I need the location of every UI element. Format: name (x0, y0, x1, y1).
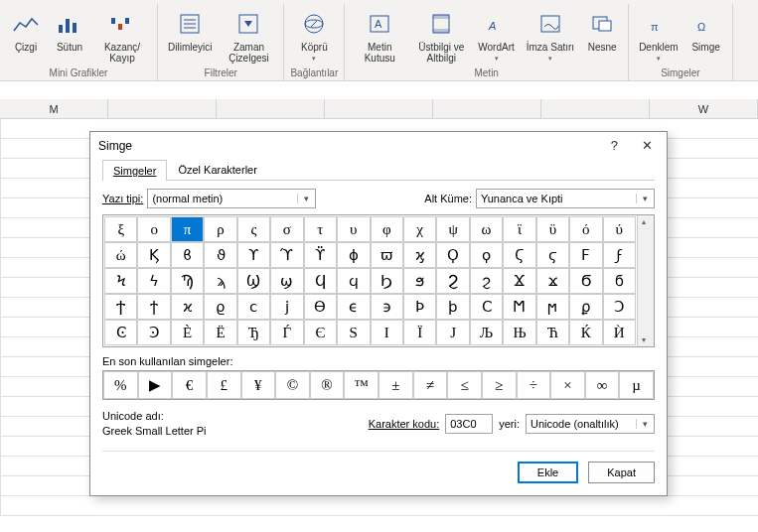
symbol-cell[interactable]: ϗ (403, 242, 436, 268)
symbol-cell[interactable]: Ѝ (603, 320, 636, 345)
ribbon-button[interactable]: Üstbilgi ve Altbilgi (412, 6, 470, 66)
symbol-cell[interactable]: ϩ (470, 268, 503, 294)
symbol-cell[interactable]: ϙ (470, 242, 503, 268)
recent-symbol-cell[interactable]: © (275, 371, 310, 399)
symbol-cell[interactable]: ϥ (337, 268, 370, 294)
symbol-cell[interactable]: ύ (603, 216, 636, 242)
font-combobox[interactable]: (normal metin) ▾ (147, 189, 316, 208)
symbol-cell[interactable]: ό (569, 216, 602, 242)
scrollbar[interactable] (637, 215, 654, 346)
symbol-cell[interactable]: Ѓ (270, 320, 303, 345)
symbol-cell[interactable]: ϫ (536, 268, 569, 294)
symbol-cell[interactable]: ϒ (237, 242, 270, 268)
recent-symbol-cell[interactable]: ≤ (447, 371, 482, 399)
symbol-cell[interactable]: Ѕ (337, 320, 370, 345)
symbol-cell[interactable]: Ϫ (503, 268, 535, 294)
recent-symbol-cell[interactable]: ≥ (482, 371, 517, 399)
ribbon-button[interactable]: AWordArt (474, 6, 519, 66)
ribbon-button[interactable]: Nesne (582, 6, 622, 55)
symbol-cell[interactable]: Ϣ (237, 268, 270, 294)
symbol-cell[interactable]: Ϩ (436, 268, 469, 294)
ribbon-button[interactable]: Dilimleyici (164, 6, 216, 55)
recent-symbol-cell[interactable]: µ (619, 371, 654, 399)
ribbon-button[interactable]: Kazanç/ Kayıp (93, 6, 151, 66)
symbol-cell[interactable]: ϲ (237, 294, 270, 320)
recent-symbol-cell[interactable]: ≠ (413, 371, 448, 399)
column-header[interactable] (433, 99, 541, 119)
symbol-cell[interactable]: Ͼ (104, 320, 137, 345)
symbol-cell[interactable]: Ј (436, 320, 469, 345)
from-combobox[interactable]: Unicode (onaltılık) ▾ (526, 414, 655, 434)
symbol-cell[interactable]: ϸ (436, 294, 469, 320)
ribbon-button[interactable]: Zaman Çizelgesi (220, 6, 277, 66)
symbol-cell[interactable]: Ї (403, 320, 436, 345)
symbol-cell[interactable]: ϻ (536, 294, 569, 320)
symbol-cell[interactable]: ϱ (204, 294, 236, 320)
symbol-cell[interactable]: Ͽ (137, 320, 170, 345)
symbol-cell[interactable]: ϰ (171, 294, 204, 320)
symbol-cell[interactable]: υ (337, 216, 370, 242)
tab-special[interactable]: Özel Karakterler (167, 159, 267, 180)
ribbon-button[interactable]: AMetin Kutusu (351, 6, 408, 66)
symbol-cell[interactable]: Ϯ (104, 294, 137, 320)
symbol-cell[interactable]: ϣ (270, 268, 303, 294)
symbol-cell[interactable]: Ϭ (569, 268, 602, 294)
symbol-cell[interactable]: Ѐ (171, 320, 204, 345)
recent-symbol-cell[interactable]: ¥ (241, 371, 276, 399)
tab-symbols[interactable]: Simgeler (102, 160, 167, 181)
symbol-cell[interactable]: Ϧ (371, 268, 403, 294)
symbol-cell[interactable]: ϵ (337, 294, 370, 320)
symbol-cell[interactable]: ϑ (204, 242, 236, 268)
ribbon-button[interactable]: Çizgi (6, 6, 46, 55)
symbol-cell[interactable]: ϧ (403, 268, 436, 294)
symbol-cell[interactable]: ϯ (137, 294, 170, 320)
symbol-cell[interactable]: Ђ (237, 320, 270, 345)
ribbon-button[interactable]: Sütun (50, 6, 89, 55)
symbol-cell[interactable]: Ϛ (503, 242, 535, 268)
recent-symbol-cell[interactable]: % (103, 371, 138, 399)
recent-symbol-cell[interactable]: £ (207, 371, 241, 399)
ribbon-button[interactable]: Köprü (294, 6, 334, 66)
symbol-cell[interactable]: τ (304, 216, 337, 242)
symbol-cell[interactable]: χ (403, 216, 436, 242)
recent-symbol-cell[interactable]: ÷ (517, 371, 551, 399)
symbol-cell[interactable]: ϋ (536, 216, 569, 242)
symbol-cell[interactable]: Ћ (536, 320, 569, 345)
recent-symbol-cell[interactable]: ± (379, 371, 413, 399)
recent-symbol-cell[interactable]: ∞ (585, 371, 620, 399)
recent-symbol-cell[interactable]: ™ (344, 371, 379, 399)
ribbon-button[interactable]: πDenklem (635, 6, 682, 66)
symbol-cell[interactable]: Ќ (569, 320, 602, 345)
symbol-cell[interactable]: Ϲ (470, 294, 503, 320)
symbol-cell[interactable]: σ (270, 216, 303, 242)
symbol-cell[interactable]: Љ (470, 320, 503, 345)
symbol-cell[interactable]: ς (237, 216, 270, 242)
symbol-cell[interactable]: Ϥ (304, 268, 337, 294)
symbol-cell[interactable]: ο (137, 216, 170, 242)
symbol-cell[interactable]: ϝ (603, 242, 636, 268)
recent-symbol-cell[interactable]: ▶ (138, 371, 173, 399)
column-header[interactable] (541, 99, 650, 119)
symbol-cell[interactable]: Ϻ (503, 294, 535, 320)
symbol-cell[interactable]: ξ (104, 216, 137, 242)
symbol-cell[interactable]: ϓ (270, 242, 303, 268)
symbol-cell[interactable]: Є (304, 320, 337, 345)
char-code-input[interactable] (445, 414, 493, 434)
symbol-cell[interactable]: ϼ (569, 294, 602, 320)
symbol-cell[interactable]: ϶ (371, 294, 403, 320)
symbol-cell[interactable]: Ϗ (137, 242, 170, 268)
recent-symbol-cell[interactable]: € (172, 371, 207, 399)
close-button[interactable]: Kapat (588, 462, 655, 483)
column-header[interactable]: M (0, 99, 108, 119)
subset-combobox[interactable]: Yunanca ve Kıpti ▾ (476, 189, 655, 208)
symbol-cell[interactable]: ϳ (270, 294, 303, 320)
column-header[interactable] (108, 99, 217, 119)
symbol-cell[interactable]: ϐ (171, 242, 204, 268)
symbol-cell[interactable]: Ϟ (104, 268, 137, 294)
symbol-cell[interactable]: ρ (204, 216, 236, 242)
symbol-cell[interactable]: Ϸ (403, 294, 436, 320)
symbol-cell[interactable]: ώ (104, 242, 137, 268)
symbol-cell[interactable]: ϊ (503, 216, 535, 242)
symbol-cell[interactable]: ϭ (603, 268, 636, 294)
symbol-cell[interactable]: ψ (436, 216, 469, 242)
